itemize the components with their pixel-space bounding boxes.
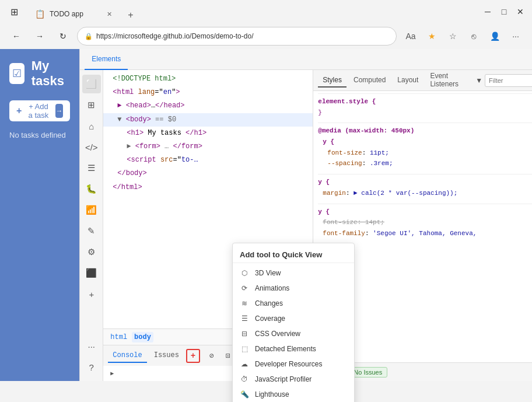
animations-label: Animations	[255, 284, 289, 292]
css-block-2: to-do-styles.css:40 @media (max-width: 4…	[318, 123, 532, 169]
lock-icon: 🔒	[85, 33, 93, 40]
lighthouse-icon: 🔦	[240, 390, 249, 399]
event-listeners-tab[interactable]: Event Listeners	[425, 70, 472, 92]
address-bar: ← → ↻ 🔒 https://microsoftedge.github.io/…	[0, 23, 532, 49]
tab-close-icon[interactable]: ✕	[104, 9, 114, 19]
changes-label: Changes	[255, 299, 283, 307]
title-bar: ⊞ 📋 TODO app ✕ + ─ □ ✕	[0, 0, 532, 23]
dropdown-item-3d-view[interactable]: ⬡ 3D View	[233, 265, 354, 281]
js-profiler-icon: ⏱	[240, 375, 249, 384]
tab-bar: 📋 TODO app ✕ +	[28, 0, 476, 23]
console-panel-icon[interactable]: ⊞	[82, 96, 101, 114]
dom-line[interactable]: ► <head>…</head>	[103, 99, 313, 113]
network-panel-icon[interactable]: </>	[82, 138, 101, 156]
dropdown-item-coverage[interactable]: ☰ Coverage	[233, 311, 354, 326]
add-panel-icon[interactable]: +	[82, 285, 101, 303]
address-input[interactable]: 🔒 https://microsoftedge.github.io/Demos/…	[77, 27, 397, 46]
dropdown-item-detached[interactable]: ⬚ Detached Elements	[233, 341, 354, 356]
dropdown-item-lighthouse[interactable]: 🔦 Lighthouse	[233, 387, 354, 402]
forward-button[interactable]: →	[30, 27, 49, 46]
css-block-3: to-do-styles.css:1 y { margin: ► calc(2 …	[318, 174, 532, 198]
profile-icon[interactable]: 👤	[485, 27, 504, 46]
more-icon[interactable]: ···	[506, 27, 525, 46]
styles-tab[interactable]: Styles	[318, 74, 346, 88]
dom-line[interactable]: ► <form> … </form>	[103, 140, 313, 153]
minimize-button[interactable]: ─	[481, 5, 495, 19]
styles-toolbar: Styles Computed Layout Event Listeners ▼…	[313, 70, 532, 91]
expand-arrow[interactable]: ▶	[110, 370, 114, 377]
devtools-header: Elements ✕	[80, 49, 532, 70]
css-block-4: base.css:1 y { font-size: 14pt; font-fam…	[318, 204, 532, 239]
breadcrumb-html[interactable]: html	[108, 332, 130, 342]
devtools-sidebar: ⬜ ⊞ ⌂ </> ☰ 🐛 📶 ✎ ⚙ ⬛ + ··· ?	[80, 70, 103, 381]
app-header: ☑ My tasks	[9, 58, 70, 89]
issues-tab[interactable]: Issues	[149, 349, 184, 363]
sidebar-toggle-icon[interactable]: ⊞	[5, 2, 23, 21]
coverage-icon: ☰	[240, 314, 249, 323]
add-tool-button[interactable]: +	[186, 349, 200, 363]
help-icon[interactable]: ?	[82, 358, 101, 376]
dev-resources-icon: ☁	[240, 359, 249, 369]
dom-line[interactable]: <html lang="en">	[103, 86, 313, 99]
app-title: My tasks	[32, 58, 71, 89]
elements-panel-icon[interactable]: ⬜	[82, 75, 101, 93]
settings-icon[interactable]: ⚙	[82, 243, 101, 261]
tab-elements[interactable]: Elements	[85, 49, 128, 70]
no-tasks-label: No tasks defined	[9, 131, 70, 139]
dropdown-item-css-overview[interactable]: ⊟ CSS Overview	[233, 326, 354, 341]
dom-line[interactable]: </html>	[103, 181, 313, 194]
js-profiler-label: JavaScript Profiler	[255, 375, 312, 383]
security-panel-icon[interactable]: ✎	[82, 222, 101, 240]
dom-line[interactable]: </body>	[103, 167, 313, 180]
lighthouse-label: Lighthouse	[255, 390, 289, 398]
maximize-button[interactable]: □	[497, 5, 511, 19]
arrow-icon: →	[55, 104, 64, 118]
back-button[interactable]: ←	[7, 27, 26, 46]
filter-input[interactable]	[485, 74, 532, 87]
dropdown-item-animations[interactable]: ⟳ Animations	[233, 281, 354, 296]
dropdown-item-dev-resources[interactable]: ☁ Developer Resources	[233, 356, 354, 372]
device-toolbar-icon[interactable]: ⬛	[82, 264, 101, 282]
more-tools-icon[interactable]: ···	[82, 337, 101, 355]
collections-icon[interactable]: ☆	[443, 27, 462, 46]
favorites-icon[interactable]: ★	[422, 27, 441, 46]
changes-icon: ≋	[240, 299, 249, 308]
application-panel-icon[interactable]: 📶	[82, 201, 101, 219]
tab-todo-app[interactable]: 📋 TODO app ✕	[28, 5, 121, 23]
3d-view-icon: ⬡	[240, 268, 249, 278]
detached-label: Detached Elements	[255, 345, 316, 353]
dev-resources-label: Developer Resources	[255, 360, 322, 368]
refresh-button[interactable]: ↻	[54, 27, 72, 46]
console-tab[interactable]: Console	[108, 349, 146, 363]
layout-tab[interactable]: Layout	[393, 74, 423, 88]
memory-panel-icon[interactable]: 🐛	[82, 180, 101, 198]
add-task-label: + Add a task	[26, 102, 50, 120]
address-text: https://microsoftedge.github.io/Demos/de…	[96, 32, 389, 40]
dropdown-item-js-profiler[interactable]: ⏱ JavaScript Profiler	[233, 372, 354, 387]
plus-icon: +	[16, 106, 22, 116]
breadcrumb-body[interactable]: body	[132, 332, 153, 342]
computed-tab[interactable]: Computed	[349, 74, 390, 88]
clear-console-icon[interactable]: ⊘	[205, 349, 219, 363]
read-aloud-icon[interactable]: Aa	[401, 27, 420, 46]
new-tab-button[interactable]: +	[123, 7, 139, 23]
dom-line[interactable]: <script src="to-…	[103, 153, 313, 167]
animations-icon: ⟳	[240, 284, 249, 293]
css-overview-icon: ⊟	[240, 329, 249, 338]
add-task-button[interactable]: + + Add a task →	[9, 100, 70, 121]
sources-panel-icon[interactable]: ⌂	[82, 117, 101, 135]
dom-line[interactable]: <h1> My tasks </h1>	[103, 127, 313, 140]
dom-line[interactable]: ▼ <body> == $0	[103, 113, 313, 127]
share-icon[interactable]: ⎋	[464, 27, 483, 46]
dropdown-item-changes[interactable]: ≋ Changes	[233, 296, 354, 311]
css-block-1: element.style { }	[318, 93, 532, 118]
close-button[interactable]: ✕	[513, 5, 527, 19]
dropdown-menu: Add tool to Quick View ⬡ 3D View ⟳ Anima…	[232, 243, 355, 402]
chevron-down-icon[interactable]: ▼	[475, 76, 482, 85]
css-overview-label: CSS Overview	[255, 330, 300, 338]
dom-line[interactable]: <!DOCTYPE html>	[103, 72, 313, 86]
3d-view-label: 3D View	[255, 269, 281, 277]
tab-favicon: 📋	[35, 9, 45, 19]
dropdown-header: Add tool to Quick View	[233, 246, 354, 263]
performance-panel-icon[interactable]: ☰	[82, 159, 101, 177]
